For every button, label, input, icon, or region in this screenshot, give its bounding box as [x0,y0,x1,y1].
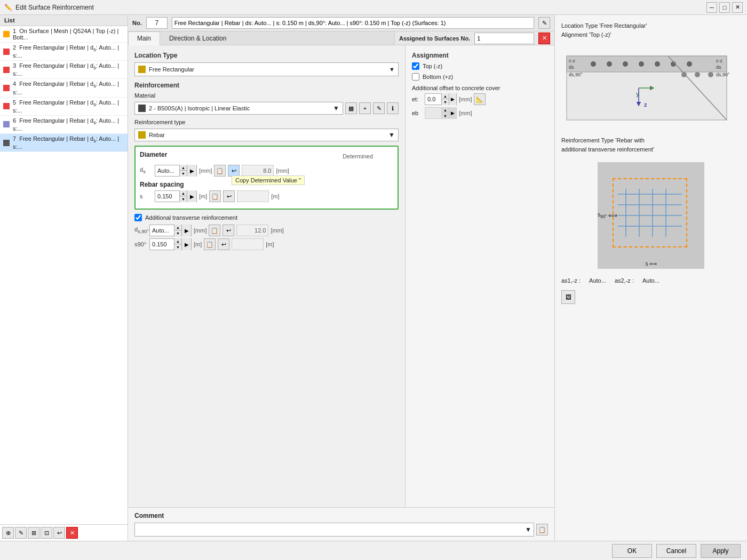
material-add-btn[interactable]: + [359,102,371,114]
diameter-label: Diameter [140,151,343,158]
comment-dropdown[interactable]: ▼ [134,523,534,537]
svg-point-4 [623,61,628,67]
svg-text:ds: ds [716,65,721,70]
cancel-button[interactable]: Cancel [656,544,696,558]
right-panel-icon-btn[interactable]: 🖼 [561,290,575,304]
list-item[interactable]: 2 Free Rectangular | Rebar | ds: Auto...… [0,43,128,61]
s-paste-button[interactable]: ↩ [223,190,235,202]
location-type-arrow: ▼ [389,66,395,73]
transverse-checkbox[interactable] [134,214,142,221]
s90-paste-button[interactable]: ↩ [218,238,229,250]
s90-down[interactable]: ▼ [174,244,181,250]
bottom-checkbox[interactable] [412,73,419,81]
ds90-det-unit: [mm] [271,227,283,234]
copy-item-button[interactable]: ⊞ [28,527,39,539]
list-item-color [3,103,10,109]
name-edit-button[interactable]: ✎ [538,17,550,29]
svg-point-6 [655,61,660,67]
ds90-up[interactable]: ▲ [174,225,181,230]
tab-direction-location[interactable]: Direction & Location [160,31,235,45]
ds-copy-button[interactable]: 📋 [214,165,226,177]
eb-up[interactable]: ▲ [442,107,449,113]
ds-paste-button[interactable]: ↩ [228,165,240,177]
ds90-down[interactable]: ▼ [174,230,181,236]
assigned-surfaces-input[interactable] [474,33,534,44]
et-icon-btn[interactable]: 📐 [474,93,486,105]
material-edit-btn[interactable]: ✎ [373,102,385,114]
material-table-btn[interactable]: ▦ [345,102,357,114]
location-type-desc: Location Type 'Free Rectangular'Alignmen… [561,21,741,39]
list-item-selected[interactable]: 7 Free Rectangular | Rebar | ds: Auto...… [0,134,128,152]
s-value: 0.150 [155,193,179,199]
eb-right[interactable]: ▶ [449,107,456,119]
list-item-text: 5 Free Rectangular | Rebar | ds: Auto...… [13,99,124,114]
rebar-type-dropdown[interactable]: Rebar ▼ [134,129,399,141]
et-up[interactable]: ▲ [442,93,449,99]
s90-right[interactable]: ▶ [181,238,191,250]
edit-item-button[interactable]: ✎ [15,527,27,539]
material-dropdown[interactable]: 2 - B500S(A) | Isotropic | Linear Elasti… [134,102,343,115]
ds-up-arrow[interactable]: ▲ [180,165,187,171]
list-toolbar: ⊕ ✎ ⊞ ⊡ ↩ ✕ [0,524,128,541]
svg-point-5 [639,61,644,67]
list-item-text: 3 Free Rectangular | Rebar | ds: Auto...… [13,62,124,77]
import-button[interactable]: ⊡ [41,527,52,539]
et-row: et: 0.0 ▲ ▼ ▶ [mm] 📐 [412,93,548,105]
svg-point-3 [607,61,612,67]
list-item[interactable]: 3 Free Rectangular | Rebar | ds: Auto...… [0,61,128,79]
close-button[interactable]: ✕ [732,2,743,13]
s-diagram-arrows: ⟺ [649,261,657,267]
list-item[interactable]: 5 Free Rectangular | Rebar | ds: Auto...… [0,98,128,116]
apply-button[interactable]: Apply [701,544,741,558]
window-title: Edit Surface Reinforcement [15,4,94,11]
s90-label: s90° [134,241,147,247]
assigned-surfaces-clear-button[interactable]: ✕ [538,33,550,44]
list-item-color [3,31,10,37]
ds90-copy-button[interactable]: 📋 [209,225,220,236]
ds90-value: Auto... [150,227,174,234]
diameter-section: Diameter Determined ds Auto... [134,146,399,210]
ds90-label: ds,90° [134,226,147,234]
ds90-right[interactable]: ▶ [181,225,191,236]
name-bar: No. 7 ✎ [128,15,554,31]
maximize-button[interactable]: □ [719,2,730,13]
et-right[interactable]: ▶ [449,93,456,105]
add-item-button[interactable]: ⊕ [2,527,14,539]
ds-determined-unit: [mm] [276,167,289,174]
location-type-dropdown[interactable]: Free Rectangular ▼ [134,62,399,76]
as2-label: as2,-z : [615,277,634,284]
s90-diagram-label: s90° [598,212,607,219]
minimize-button[interactable]: ─ [706,2,717,13]
et-down[interactable]: ▼ [442,99,449,105]
list-item[interactable]: 1 On Surface | Mesh | Q524A | Top (-z) |… [0,26,128,43]
list-item[interactable]: 4 Free Rectangular | Rebar | ds: Auto...… [0,79,128,97]
ds-arrow-right[interactable]: ▶ [187,165,196,177]
material-info-btn[interactable]: ℹ [387,102,399,114]
ok-button[interactable]: OK [612,544,652,558]
s90-up[interactable]: ▲ [174,238,181,244]
s-copy-button[interactable]: 📋 [209,190,221,202]
as1-label: as1,-z : [561,277,581,284]
undo-button[interactable]: ↩ [53,527,65,539]
delete-button[interactable]: ✕ [66,527,78,539]
ds-down-arrow[interactable]: ▼ [180,171,187,177]
comment-copy-btn[interactable]: 📋 [536,524,548,535]
name-input[interactable] [172,17,534,29]
s-determined-value [237,190,269,202]
right-panel: Location Type 'Free Rectangular'Alignmen… [555,15,747,541]
bottom-bar: OK Cancel Apply [0,541,747,560]
s-diagram-label: s [646,261,648,267]
ds90-paste-button[interactable]: ↩ [222,225,234,236]
s-arrow-right[interactable]: ▶ [187,190,196,202]
eb-unit: [mm] [459,110,472,116]
top-checkbox[interactable] [412,62,419,70]
tab-main[interactable]: Main [128,31,160,45]
s90-det-unit: [m] [266,241,274,247]
s-up-arrow[interactable]: ▲ [180,190,187,196]
eb-down[interactable]: ▼ [442,113,449,119]
svg-text:z: z [644,101,647,108]
s90-copy-button[interactable]: 📋 [204,238,216,250]
s-down-arrow[interactable]: ▼ [180,196,187,202]
list-item-text: 4 Free Rectangular | Rebar | ds: Auto...… [13,81,124,95]
list-item[interactable]: 6 Free Rectangular | Rebar | ds: Auto...… [0,116,128,134]
